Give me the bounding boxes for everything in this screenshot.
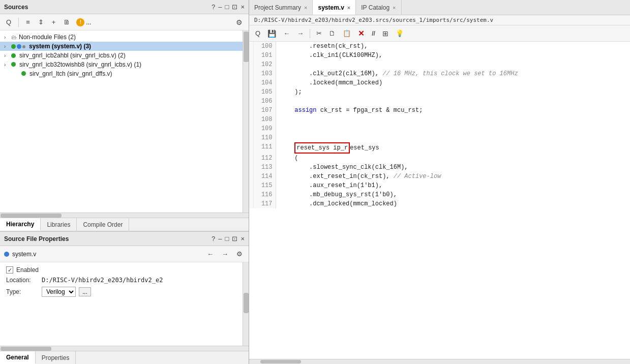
tab-libraries[interactable]: Libraries bbox=[41, 218, 77, 231]
tree-item-system[interactable]: › system (system.v) (3) bbox=[0, 42, 249, 51]
line-num-106: 106 bbox=[253, 97, 276, 106]
code-editor[interactable]: 100 .resetn(ck_rst), 101 .clk_in1(CLK100… bbox=[249, 42, 630, 359]
sfp-tab-properties-label: Properties bbox=[42, 354, 70, 361]
sfp-content: ✓ Enabled Location: D:/RISC-V/hbirdv2_e2… bbox=[0, 262, 249, 346]
tree-arrow-nonmodule: › bbox=[4, 35, 11, 40]
tab-compile-order[interactable]: Compile Order bbox=[77, 218, 129, 231]
tree-vscrollbar[interactable] bbox=[243, 31, 249, 213]
sfp-location-row: Location: D:/RISC-V/hbirdv2_e203/hbirdv2… bbox=[6, 277, 243, 284]
sources-hscrollbar[interactable] bbox=[0, 213, 249, 218]
sfp-type-select[interactable]: Verilog bbox=[42, 287, 76, 297]
code-line-104: 104 .locked(mmcm_locked) bbox=[249, 78, 630, 87]
tree-label-nonmodule: Non-module Files (2) bbox=[19, 34, 76, 41]
code-cell-115[interactable]: .aux_reset_in(1'b1), bbox=[276, 181, 630, 190]
sfp-tab-general[interactable]: General bbox=[0, 351, 36, 364]
tab-system-v[interactable]: system.v × bbox=[313, 0, 356, 15]
code-cell-116[interactable]: .mb_debug_sys_rst(1'b0), bbox=[276, 190, 630, 199]
code-cell-114[interactable]: .ext_reset_in(ck_rst), // Active-low bbox=[276, 172, 630, 181]
sources-gear-button[interactable]: ⚙ bbox=[234, 17, 245, 27]
code-line-105: 105 ); bbox=[249, 87, 630, 97]
sfp-hscrollbar[interactable] bbox=[0, 346, 249, 351]
line-num-112: 112 bbox=[253, 154, 276, 163]
sfp-help-icon[interactable]: ? bbox=[212, 235, 215, 242]
sources-restore-icon[interactable]: □ bbox=[225, 3, 229, 11]
sources-close-icon[interactable]: × bbox=[241, 3, 245, 11]
code-cell-101[interactable]: .clk_in1(CLK100MHZ), bbox=[276, 51, 630, 60]
tree-item-icb32[interactable]: › sirv_gnrl_icb32towishb8 (sirv_gnrl_icb… bbox=[0, 60, 249, 69]
tree-item-icb2ahbl[interactable]: › sirv_gnrl_icb2ahbl (sirv_gnrl_icbs.v) … bbox=[0, 51, 249, 60]
tab-ip-catalog[interactable]: IP Catalog × bbox=[356, 0, 401, 15]
tab-hierarchy[interactable]: Hierarchy bbox=[0, 218, 41, 231]
editor-delete-button[interactable]: ✕ bbox=[356, 28, 367, 39]
sfp-close-icon[interactable]: × bbox=[241, 235, 245, 242]
tab-ip-catalog-close[interactable]: × bbox=[393, 5, 396, 11]
sfp-gear-button[interactable]: ⚙ bbox=[234, 249, 245, 259]
editor-search-button[interactable]: Q bbox=[253, 28, 262, 38]
editor-cut-button[interactable]: ✂ bbox=[314, 28, 324, 38]
sfp-forward-button[interactable]: → bbox=[220, 249, 230, 259]
code-cell-111[interactable]: reset_sys ip_reset_sys bbox=[276, 142, 630, 154]
editor-forward-button[interactable]: → bbox=[295, 28, 306, 38]
line-num-113: 113 bbox=[253, 163, 276, 172]
code-cell-109[interactable] bbox=[276, 124, 630, 133]
sources-sort-button[interactable]: ⇕ bbox=[36, 17, 46, 27]
code-cell-100[interactable]: .resetn(ck_rst), bbox=[276, 42, 630, 51]
editor-save-button[interactable]: 💾 bbox=[265, 28, 278, 39]
sfp-minimize-icon[interactable]: – bbox=[218, 235, 222, 242]
code-cell-107[interactable]: assign ck_rst = fpga_rst & mcu_rst; bbox=[276, 106, 630, 115]
code-line-102: 102 bbox=[249, 60, 630, 69]
sources-maximize-icon[interactable]: ⊡ bbox=[232, 3, 237, 11]
tree-vscrollbar-thumb[interactable] bbox=[244, 32, 249, 62]
code-cell-105[interactable]: ); bbox=[276, 87, 630, 97]
sources-minimize-icon[interactable]: – bbox=[218, 3, 222, 11]
code-hscrollbar-thumb[interactable] bbox=[260, 360, 301, 363]
editor-back-button[interactable]: ← bbox=[281, 28, 292, 38]
code-cell-102[interactable] bbox=[276, 60, 630, 69]
code-cell-103[interactable]: .clk_out2(clk_16M), // 16 MHz, this cloc… bbox=[276, 69, 630, 78]
tree-label-icb2ahbl: sirv_gnrl_icb2ahbl (sirv_gnrl_icbs.v) (2… bbox=[19, 52, 126, 59]
sources-hscrollbar-thumb[interactable] bbox=[1, 214, 62, 218]
sources-search-button[interactable]: Q bbox=[4, 17, 13, 27]
tree-item-ltch[interactable]: sirv_gnrl_ltch (sirv_gnrl_dffs.v) bbox=[0, 69, 249, 78]
sfp-restore-icon[interactable]: □ bbox=[225, 235, 229, 242]
line-num-102: 102 bbox=[253, 60, 276, 69]
editor-copy-button[interactable]: 🗋 bbox=[327, 28, 338, 38]
sfp-hscrollbar-thumb[interactable] bbox=[1, 347, 51, 351]
code-cell-104[interactable]: .locked(mmcm_locked) bbox=[276, 78, 630, 87]
editor-toolbar: Q 💾 ← → ✂ 🗋 📋 ✕ // ⊞ 💡 bbox=[249, 25, 630, 42]
code-hscrollbar[interactable] bbox=[249, 359, 630, 364]
code-cell-110[interactable] bbox=[276, 133, 630, 142]
line-num-105: 105 bbox=[253, 87, 276, 97]
sfp-tab-properties[interactable]: Properties bbox=[36, 351, 76, 364]
sources-list-button[interactable]: ≡ bbox=[24, 17, 32, 27]
sources-help-icon[interactable]: ? bbox=[212, 3, 215, 11]
sfp-vscrollbar[interactable] bbox=[243, 262, 249, 346]
tab-project-summary[interactable]: Project Summary × bbox=[249, 0, 313, 15]
left-panel: Sources ? – □ ⊡ × Q ≡ ⇕ + 🗎 ! ... ⚙ bbox=[0, 0, 249, 364]
tab-project-summary-close[interactable]: × bbox=[304, 5, 307, 11]
line-num-103: 103 bbox=[253, 69, 276, 78]
code-cell-108[interactable] bbox=[276, 115, 630, 124]
code-cell-117[interactable]: .dcm_locked(mmcm_locked) bbox=[276, 199, 630, 208]
sfp-maximize-icon[interactable]: ⊡ bbox=[232, 235, 237, 242]
editor-grid-button[interactable]: ⊞ bbox=[380, 28, 391, 39]
sfp-back-button[interactable]: ← bbox=[205, 249, 216, 259]
line-num-108: 108 bbox=[253, 115, 276, 124]
editor-bulb-button[interactable]: 💡 bbox=[394, 28, 406, 38]
editor-comment-button[interactable]: // bbox=[370, 29, 377, 38]
sfp-bottom-tabs: General Properties bbox=[0, 351, 249, 364]
sources-file-button[interactable]: 🗎 bbox=[62, 17, 72, 27]
sfp-vscrollbar-thumb[interactable] bbox=[244, 293, 249, 313]
tab-hierarchy-label: Hierarchy bbox=[6, 221, 34, 228]
tab-libraries-label: Libraries bbox=[47, 221, 70, 228]
sfp-ellipsis-button[interactable]: ... bbox=[79, 287, 91, 296]
code-cell-106[interactable] bbox=[276, 97, 630, 106]
editor-paste-button[interactable]: 📋 bbox=[341, 28, 353, 38]
tree-item-nonmodule[interactable]: › 🗁 Non-module Files (2) bbox=[0, 33, 249, 42]
code-cell-112[interactable]: ( bbox=[276, 154, 630, 163]
sfp-enabled-checkbox[interactable]: ✓ bbox=[6, 266, 13, 274]
sfp-type-controls: Verilog ... bbox=[42, 287, 91, 297]
tab-system-v-close[interactable]: × bbox=[347, 5, 350, 11]
sources-add-button[interactable]: + bbox=[50, 17, 58, 27]
code-cell-113[interactable]: .slowest_sync_clk(clk_16M), bbox=[276, 163, 630, 172]
